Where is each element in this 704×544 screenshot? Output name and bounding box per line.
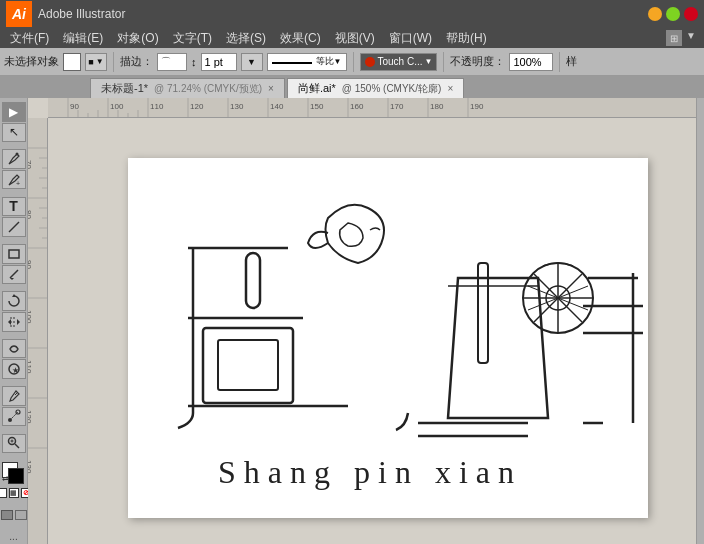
maximize-btn[interactable] <box>666 7 680 21</box>
menu-file[interactable]: 文件(F) <box>4 29 55 48</box>
touch-color-btn[interactable]: Touch C... ▼ <box>360 53 438 71</box>
svg-text:★: ★ <box>12 366 19 375</box>
svg-line-13 <box>15 444 19 448</box>
tab-shangxian-close[interactable]: × <box>447 83 453 94</box>
menu-view[interactable]: 视图(V) <box>329 29 381 48</box>
title-bar: Ai Adobe Illustrator <box>0 0 704 28</box>
draw-normal-btn[interactable] <box>1 510 13 520</box>
pen-tool[interactable] <box>2 149 26 169</box>
eyedropper-tool[interactable] <box>2 386 26 406</box>
artwork-svg: Shang pin xian <box>128 158 648 518</box>
gradient-btn[interactable]: ▦ <box>9 488 19 498</box>
sep3 <box>443 52 444 72</box>
stroke-icon: ⌒ <box>157 53 187 71</box>
right-panel <box>696 98 704 544</box>
svg-text:90: 90 <box>70 102 79 111</box>
more-tools-btn[interactable]: ... <box>7 529 19 544</box>
svg-rect-45 <box>28 118 47 544</box>
tab-untitled-subtitle: @ 71.24% (CMYK/预览) <box>154 82 262 96</box>
svg-text:Shang  pin  xian: Shang pin xian <box>218 454 522 490</box>
menu-window[interactable]: 窗口(W) <box>383 29 438 48</box>
control-toolbar: 未选择对象 ■▼ 描边： ⌒ ↕ ▼ 等比 ▼ Touch C... ▼ 不透明… <box>0 48 704 76</box>
tab-shangxian[interactable]: 尚鲜.ai* @ 150% (CMYK/轮廓) × <box>287 78 464 98</box>
menu-text[interactable]: 文字(T) <box>167 29 218 48</box>
menu-bar: 文件(F) 编辑(E) 对象(O) 文字(T) 选择(S) 效果(C) 视图(V… <box>0 28 704 48</box>
mirror-tool[interactable] <box>2 312 26 332</box>
ruler-left-svg: 70 80 90 100 110 120 130 <box>28 118 47 544</box>
ruler-left: 70 80 90 100 110 120 130 <box>28 118 48 544</box>
selection-tool[interactable]: ▶ <box>2 102 26 122</box>
svg-text:90: 90 <box>28 260 33 269</box>
style-label: 样 <box>566 54 577 69</box>
svg-text:120: 120 <box>28 410 33 424</box>
svg-text:130: 130 <box>230 102 244 111</box>
color-swatch-area[interactable]: ⇄ <box>2 462 26 483</box>
text-tool[interactable]: T <box>2 197 26 217</box>
svg-text:170: 170 <box>390 102 404 111</box>
fill-swatch[interactable] <box>63 53 81 71</box>
ruler-top: 90 100 110 120 130 140 150 160 170 180 <box>48 98 696 118</box>
warp-tool[interactable] <box>2 339 26 359</box>
menu-select[interactable]: 选择(S) <box>220 29 272 48</box>
svg-point-0 <box>15 153 18 156</box>
tab-untitled-close[interactable]: × <box>268 83 274 94</box>
minimize-btn[interactable] <box>648 7 662 21</box>
direct-selection-tool[interactable]: ↖ <box>2 123 26 143</box>
canvas-container[interactable]: Shang pin xian <box>48 118 696 544</box>
stroke-style-display[interactable]: 等比 ▼ <box>267 53 347 71</box>
svg-line-2 <box>9 222 19 232</box>
tab-shangxian-subtitle: @ 150% (CMYK/轮廓) <box>342 82 442 96</box>
svg-line-9 <box>15 393 17 395</box>
tabs-bar: 未标题-1* @ 71.24% (CMYK/预览) × 尚鲜.ai* @ 150… <box>0 76 704 98</box>
svg-text:120: 120 <box>190 102 204 111</box>
swap-colors-icon[interactable]: ⇄ <box>2 474 9 483</box>
svg-text:80: 80 <box>28 210 33 219</box>
brush-tool[interactable] <box>2 265 26 285</box>
rect-tool[interactable] <box>2 244 26 264</box>
menu-effect[interactable]: 效果(C) <box>274 29 327 48</box>
svg-text:160: 160 <box>350 102 364 111</box>
svg-rect-3 <box>9 250 19 258</box>
tab-shangxian-label: 尚鲜.ai* <box>298 81 336 96</box>
svg-marker-6 <box>17 319 20 325</box>
rotate-tool[interactable] <box>2 291 26 311</box>
stroke-dropdown-btn[interactable]: ▼ <box>241 53 263 71</box>
sep1 <box>113 52 114 72</box>
fill-type-btn[interactable]: ■▼ <box>85 53 107 71</box>
close-btn[interactable] <box>684 7 698 21</box>
left-toolbar: ▶ ↖ + T ★ <box>0 98 28 544</box>
workspace-arrow[interactable]: ▼ <box>686 30 696 46</box>
canvas-area[interactable]: 90 100 110 120 130 140 150 160 170 180 <box>28 98 696 544</box>
tab-untitled[interactable]: 未标题-1* @ 71.24% (CMYK/预览) × <box>90 78 285 98</box>
svg-text:70: 70 <box>28 160 33 169</box>
menu-help[interactable]: 帮助(H) <box>440 29 493 48</box>
add-anchor-tool[interactable]: + <box>2 170 26 190</box>
svg-text:100: 100 <box>110 102 124 111</box>
svg-text:100: 100 <box>28 310 33 324</box>
menu-edit[interactable]: 编辑(E) <box>57 29 109 48</box>
zoom-tool[interactable] <box>2 434 26 454</box>
blend-tool[interactable] <box>2 407 26 427</box>
line-tool[interactable] <box>2 217 26 237</box>
symbol-tool[interactable]: ★ <box>2 359 26 379</box>
opacity-input[interactable] <box>509 53 553 71</box>
svg-text:180: 180 <box>430 102 444 111</box>
object-label: 未选择对象 <box>4 54 59 69</box>
svg-text:190: 190 <box>470 102 484 111</box>
svg-text:110: 110 <box>28 360 33 374</box>
svg-text:130: 130 <box>28 460 33 474</box>
tab-untitled-label: 未标题-1* <box>101 81 148 96</box>
stroke-size-icon: ↕ <box>191 56 197 68</box>
svg-text:110: 110 <box>150 102 164 111</box>
draw-behind-btn[interactable] <box>15 510 27 520</box>
window-title: Adobe Illustrator <box>38 7 642 21</box>
color-fill-btn[interactable] <box>0 488 7 498</box>
svg-text:140: 140 <box>270 102 284 111</box>
draw-mode-area <box>1 510 27 520</box>
stroke-width-input[interactable] <box>201 53 237 71</box>
menu-object[interactable]: 对象(O) <box>111 29 164 48</box>
svg-rect-16 <box>48 98 696 117</box>
stroke-color-swatch[interactable] <box>8 468 24 484</box>
workspace-btn[interactable]: ⊞ <box>666 30 682 46</box>
svg-text:150: 150 <box>310 102 324 111</box>
